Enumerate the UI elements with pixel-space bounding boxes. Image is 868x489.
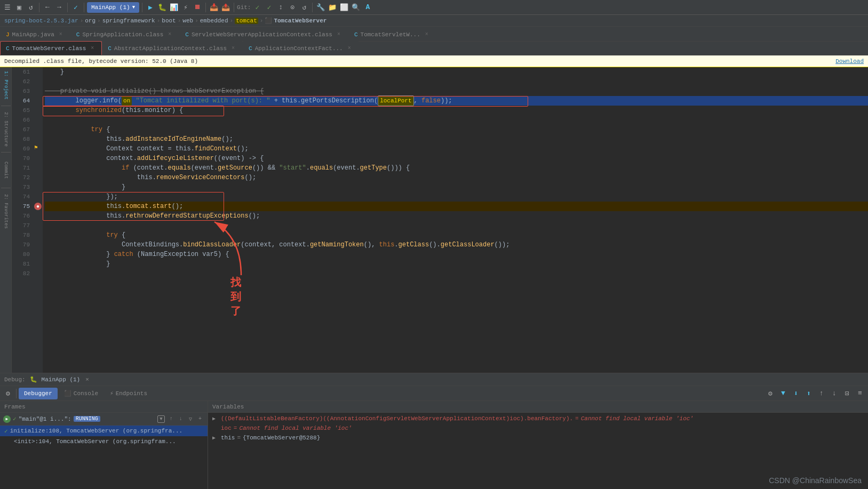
tab-appcontextfact-close[interactable]: × bbox=[346, 45, 353, 52]
code-area: } private void initialize() throws WebSe… bbox=[43, 67, 868, 373]
code-line-76: this. rethrowDeferredStartupExceptions (… bbox=[45, 211, 868, 221]
tab-tomcatservlet[interactable]: C TomcatServletW... × bbox=[348, 27, 436, 41]
tab-tomcatwebserver-active[interactable]: C TomcatWebServer.class × bbox=[0, 41, 102, 55]
ln-73: 73 bbox=[12, 182, 30, 192]
menu-icon[interactable]: ☰ bbox=[2, 2, 13, 13]
var1-val: Cannot find local variable 'ioc' bbox=[581, 415, 694, 422]
tab-servletwebserver-close[interactable]: × bbox=[335, 31, 343, 38]
stop-icon[interactable]: ⏹ bbox=[192, 2, 203, 13]
tab-servletwebserver-label: ServletWebServerApplicationContext.class bbox=[192, 31, 332, 38]
ln-80: 80 bbox=[12, 250, 30, 259]
gutter: ⚑ ● bbox=[33, 67, 43, 373]
breadcrumb-springframework: springframework bbox=[102, 18, 155, 24]
var-item-3[interactable]: ▶ this = {TomcatWebServer@5288} bbox=[208, 433, 868, 443]
folder-icon[interactable]: 📁 bbox=[327, 2, 338, 13]
var-item-1[interactable]: ▶ ((DefaultListableBeanFactory)((Annotat… bbox=[208, 414, 868, 423]
debug-icon[interactable]: 🐛 bbox=[157, 2, 168, 13]
tab-abstractappcontext-close[interactable]: × bbox=[229, 45, 237, 52]
debug-session-label: MainApp (1) bbox=[42, 376, 81, 383]
git-history-icon[interactable]: ⊙ bbox=[287, 2, 298, 13]
debug-header: Debug: 🐛 MainApp (1) × bbox=[0, 373, 868, 386]
breadcrumb-web: web bbox=[182, 18, 193, 24]
class-icon-1: C bbox=[76, 31, 80, 38]
ln-79: 79 bbox=[12, 240, 30, 250]
warning-bar: Decompiled .class file, bytecode version… bbox=[0, 55, 868, 67]
sidebar-favorites-icon[interactable]: 2: Favorites bbox=[1, 193, 11, 230]
tab-tomcatservlet-close[interactable]: × bbox=[423, 31, 431, 38]
debug-session-close[interactable]: × bbox=[85, 376, 89, 383]
main-toolbar: ☰ ▣ ↺ ← → ✓ MainApp (1) ▼ ▶ 🐛 📊 ⚡ ⏹ 📥 📤 … bbox=[0, 0, 868, 15]
tab-springapplication-close[interactable]: × bbox=[166, 31, 173, 38]
debug-step-into-btn[interactable]: ⬆ bbox=[803, 388, 815, 399]
run-icon[interactable]: ▶ bbox=[145, 2, 156, 13]
terminal-icon[interactable]: ⬜ bbox=[339, 2, 349, 13]
profile-icon[interactable]: ⚡ bbox=[180, 2, 191, 13]
debug-eval-btn[interactable]: ⊡ bbox=[841, 388, 853, 399]
frame-add-btn[interactable]: + bbox=[196, 415, 204, 423]
line-numbers: 61 62 63 64 65 66 67 68 69 70 71 72 73 7… bbox=[12, 67, 33, 373]
forward-icon[interactable]: → bbox=[54, 2, 65, 13]
frame-up-btn[interactable]: ↑ bbox=[167, 415, 176, 423]
sidebar-structure-icon[interactable]: 2: Structure bbox=[1, 110, 11, 148]
frame-down-btn[interactable]: ↓ bbox=[177, 415, 185, 423]
var2-name: ioc bbox=[221, 425, 232, 431]
debug-tab-console[interactable]: ⬛ Console bbox=[59, 388, 103, 399]
tab-springapplication[interactable]: C SpringApplication.class × bbox=[70, 27, 179, 41]
code-line-67: try { bbox=[45, 125, 868, 134]
tab-abstractappcontext[interactable]: C AbstractApplicationContext.class × bbox=[102, 41, 243, 55]
breakpoint-75[interactable]: ● bbox=[34, 203, 42, 210]
tab-appcontextfact[interactable]: C ApplicationContextFact... × bbox=[243, 41, 359, 55]
project-icon[interactable]: ▣ bbox=[14, 2, 25, 13]
sidebar-project-icon[interactable]: 1: Project bbox=[1, 69, 11, 101]
var1-expand-arrow: ▶ bbox=[212, 415, 219, 422]
vcs-push-icon[interactable]: 📤 bbox=[220, 2, 231, 13]
translate-icon[interactable]: A bbox=[362, 2, 373, 13]
tab-mainapp-close[interactable]: × bbox=[57, 31, 65, 38]
download-link[interactable]: Download bbox=[835, 58, 864, 65]
git-check-icon[interactable]: ✓ bbox=[252, 2, 262, 13]
thread-resume-btn[interactable]: ▶ bbox=[3, 415, 11, 423]
thread-dropdown-btn[interactable]: ▼ bbox=[157, 415, 165, 423]
coverage-icon[interactable]: 📊 bbox=[169, 2, 179, 13]
code-line-78: try { bbox=[45, 230, 868, 240]
sidebar-commit-icon[interactable]: Commit bbox=[1, 157, 11, 183]
var-item-2[interactable]: ▶ ioc = Cannot find local variable 'ioc' bbox=[208, 423, 868, 433]
debug-more-btn[interactable]: ≡ bbox=[854, 388, 866, 399]
tab-mainapp-java[interactable]: J MainApp.java × bbox=[0, 27, 70, 41]
tab-tomcatwebserver-close[interactable]: × bbox=[89, 45, 96, 52]
debug-tab-endpoints[interactable]: ⚡ Endpoints bbox=[105, 388, 153, 399]
back-icon[interactable]: ← bbox=[42, 2, 53, 13]
build-icon[interactable]: ✓ bbox=[70, 2, 81, 13]
frame-item-1[interactable]: ✓ initialize:108, TomcatWebServer (org.s… bbox=[0, 426, 208, 436]
class-icon-5: C bbox=[108, 45, 112, 52]
debug-step-out-btn[interactable]: ↑ bbox=[816, 388, 827, 399]
debug-tab-debugger[interactable]: Debugger bbox=[19, 388, 58, 399]
var2-expand-arrow: ▶ bbox=[212, 425, 219, 431]
debug-settings-btn[interactable]: ⚙ bbox=[2, 388, 14, 399]
debug-settings2-btn[interactable]: ⚙ bbox=[765, 388, 776, 399]
ln-67: 67 bbox=[12, 125, 30, 134]
git-revert-icon[interactable]: ↺ bbox=[299, 2, 309, 13]
code-line-72: this. removeServiceConnectors (); bbox=[45, 173, 868, 182]
debug-run-to-cursor-btn[interactable]: ↓ bbox=[829, 388, 840, 399]
toolbar-sep-1 bbox=[39, 3, 39, 12]
vcs-update-icon[interactable]: 📥 bbox=[209, 2, 219, 13]
git-sync-icon[interactable]: ↕ bbox=[275, 2, 286, 13]
running-badge: RUNNING bbox=[74, 416, 100, 422]
debug-restore-btn[interactable]: ▼ bbox=[777, 388, 789, 399]
reload-icon[interactable]: ↺ bbox=[26, 2, 36, 13]
code-line-74: }); bbox=[45, 192, 868, 202]
tab-tomcatwebserver-label: TomcatWebServer.class bbox=[12, 45, 86, 52]
settings-icon[interactable]: 🔧 bbox=[315, 2, 326, 13]
class-icon-3: C bbox=[354, 31, 358, 38]
git-merge-icon[interactable]: ✓ bbox=[264, 2, 274, 13]
ln-81: 81 bbox=[12, 259, 30, 269]
tab-servletwebserver[interactable]: C ServletWebServerApplicationContext.cla… bbox=[179, 27, 348, 41]
debug-step-over-btn[interactable]: ⬇ bbox=[790, 388, 802, 399]
search-icon[interactable]: 🔍 bbox=[351, 2, 361, 13]
frame-item-1-label: initialize:108, TomcatWebServer (org.spr… bbox=[10, 428, 182, 434]
debug-tab-console-icon: ⬛ bbox=[64, 390, 71, 397]
frame-item-2[interactable]: <init>:104, TomcatWebServer (org.springf… bbox=[0, 436, 208, 447]
frame-filter-btn[interactable]: ▽ bbox=[186, 415, 195, 423]
run-config-selector[interactable]: MainApp (1) ▼ bbox=[87, 2, 139, 13]
